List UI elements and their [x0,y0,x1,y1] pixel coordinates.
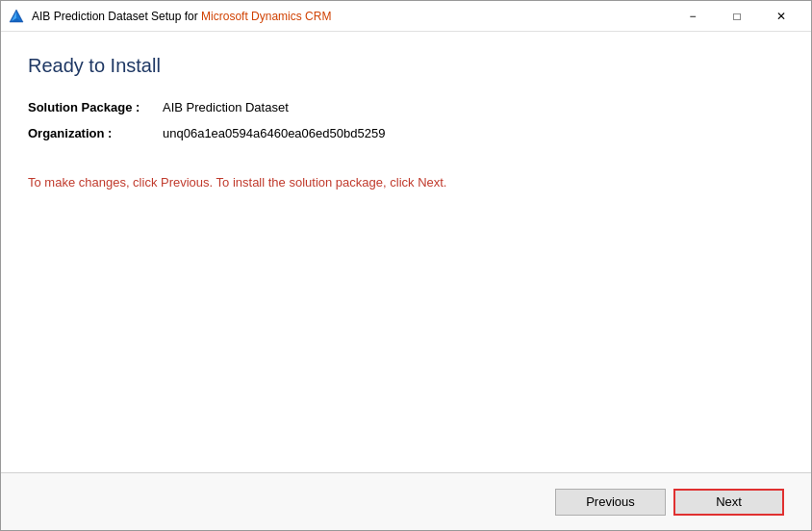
organization-value: unq06a1ea0594a6460ea06ed50bd5259 [163,126,385,140]
main-window: AIB Prediction Dataset Setup for Microso… [0,0,812,531]
title-bar-text: AIB Prediction Dataset Setup for Microso… [32,10,671,23]
minimize-button[interactable]: − [671,1,715,32]
next-button[interactable]: Next [673,489,784,516]
solution-package-row: Solution Package : AIB Prediction Datase… [28,100,784,114]
maximize-button[interactable]: □ [715,1,759,32]
title-prefix: AIB Prediction Dataset Setup for [32,10,201,23]
solution-package-label: Solution Package : [28,100,163,114]
close-button[interactable]: ✕ [759,1,803,32]
footer: Previous Next [1,472,811,530]
solution-package-value: AIB Prediction Dataset [163,100,289,114]
window-controls: − □ ✕ [671,1,803,32]
instruction-text: To make changes, click Previous. To inst… [28,175,784,190]
organization-row: Organization : unq06a1ea0594a6460ea06ed5… [28,126,784,140]
organization-label: Organization : [28,126,163,140]
title-bar: AIB Prediction Dataset Setup for Microso… [1,1,811,32]
page-title: Ready to Install [28,55,784,77]
previous-button[interactable]: Previous [555,489,666,516]
title-highlight: Microsoft Dynamics CRM [201,10,331,23]
content-area: Ready to Install Solution Package : AIB … [1,32,811,472]
info-grid: Solution Package : AIB Prediction Datase… [28,100,784,140]
app-icon [9,9,24,24]
spacer [28,190,784,457]
